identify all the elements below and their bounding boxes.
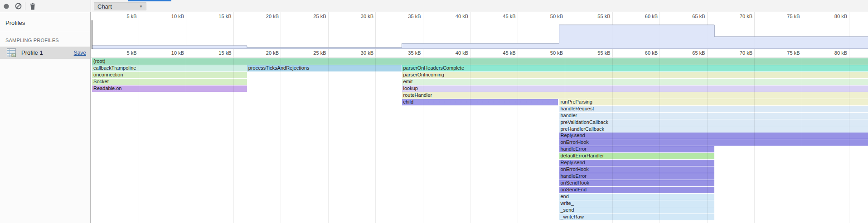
ruler-tick-label: 65 kB — [680, 50, 705, 56]
clear-profiles-button[interactable] — [13, 1, 23, 11]
ruler-tick-label: 80 kB — [822, 50, 847, 56]
ruler-tick-label: 40 kB — [443, 50, 468, 56]
gridline — [802, 58, 802, 223]
ruler-tick-label: 65 kB — [680, 14, 705, 19]
flame-frame[interactable]: end — [559, 194, 715, 200]
flame-frame[interactable]: emit — [402, 79, 868, 85]
chart-view-select[interactable]: Chart ▼ — [94, 2, 146, 10]
flame-frame[interactable]: runPreParsing — [559, 99, 868, 105]
gridline — [659, 58, 660, 223]
delete-profile-button[interactable] — [28, 1, 38, 11]
sampling-profiles-heading: SAMPLING PROFILES — [0, 31, 90, 47]
ruler-tick-label: 70 kB — [727, 50, 752, 56]
ruler-tick-label: 70 kB — [727, 14, 752, 19]
ruler-tick-label: 40 kB — [443, 14, 468, 19]
flame-frame[interactable]: (root) — [92, 58, 868, 65]
flame-frame[interactable]: Reply.send — [559, 160, 715, 166]
gridline — [707, 49, 708, 57]
gridline — [565, 58, 565, 223]
ruler-tick-label: 60 kB — [632, 14, 658, 19]
ruler-tick-label: 50 kB — [538, 14, 563, 19]
flame-frame[interactable]: onErrorHook — [559, 139, 868, 146]
ruler-tick-label: 5 kB — [112, 50, 137, 56]
flame-frame[interactable]: write_ — [559, 200, 715, 207]
gridline — [470, 49, 470, 57]
ruler-tick-label: 60 kB — [632, 50, 658, 56]
gridline — [375, 58, 376, 223]
flame-frame[interactable]: child — [402, 99, 558, 105]
toolbar: Chart ▼ — [0, 0, 868, 12]
flame-frame[interactable]: defaultErrorHandler — [559, 153, 715, 159]
ruler-tick-label: 10 kB — [159, 14, 184, 19]
ruler-tick-label: 15 kB — [206, 14, 232, 19]
flame-frame[interactable]: preHandlerCallback — [559, 126, 868, 133]
memory-profiler-panel: Chart ▼ Profiles SAMPLING PROFILES % Pro… — [0, 0, 868, 223]
gridline — [518, 49, 518, 57]
ruler-tick-label: 20 kB — [253, 50, 279, 56]
gridline — [186, 49, 186, 57]
flame-frame[interactable]: handleError — [559, 173, 715, 180]
gridline — [423, 49, 423, 57]
gridline — [233, 58, 234, 223]
clear-icon — [15, 3, 22, 9]
flame-frame[interactable]: lookup — [402, 85, 868, 92]
sidebar-item-profile-1[interactable]: % Profile 1 Save — [0, 47, 90, 59]
flame-frame[interactable]: preValidationCallback — [559, 119, 868, 126]
allocation-overview-pane[interactable]: 5 kB10 kB15 kB20 kB25 kB30 kB35 kB40 kB4… — [91, 12, 868, 49]
gridline — [754, 49, 755, 57]
overview-window-left-grip[interactable] — [92, 20, 92, 49]
flame-frame[interactable]: onSendEnd — [559, 187, 715, 193]
svg-text:%: % — [12, 54, 15, 57]
gridline — [281, 49, 281, 57]
flame-frame[interactable]: callbackTrampoline — [92, 65, 247, 71]
toolbar-separator — [25, 2, 25, 10]
flame-frame[interactable]: handleRequest — [559, 106, 868, 112]
ruler-tick-label: 45 kB — [490, 50, 516, 56]
flame-frame[interactable]: handleError — [559, 146, 715, 152]
flame-frame[interactable]: parserOnHeadersComplete — [402, 65, 868, 71]
record-button[interactable] — [1, 1, 11, 11]
sidebar: Profiles SAMPLING PROFILES % Profile 1 S… — [0, 12, 91, 223]
gridline — [328, 49, 329, 57]
ruler-tick-label: 20 kB — [253, 14, 279, 19]
flame-frame[interactable]: Socket — [92, 79, 247, 85]
flame-frame[interactable]: onconnection — [92, 72, 247, 78]
ruler-tick-label: 30 kB — [348, 14, 373, 19]
ruler-tick-label: 10 kB — [159, 50, 184, 56]
ruler-tick-label: 25 kB — [301, 14, 326, 19]
flame-frame[interactable]: handler — [559, 113, 868, 119]
ruler-tick-label: 75 kB — [775, 50, 800, 56]
save-link[interactable]: Save — [74, 50, 86, 56]
flame-frame[interactable]: parserOnIncoming — [402, 72, 868, 78]
ruler-tick-label: 45 kB — [490, 14, 516, 19]
gridline — [139, 49, 139, 57]
panel-divider — [91, 0, 91, 12]
flame-frame[interactable]: _writeRaw — [559, 214, 715, 220]
gridline — [707, 58, 708, 223]
gridline — [659, 49, 660, 57]
flame-frame[interactable]: Reply.send — [559, 133, 868, 139]
ruler-tick-label: 30 kB — [348, 50, 373, 56]
gridline — [754, 58, 755, 223]
flame-frame[interactable]: onErrorHook — [559, 166, 715, 173]
flame-frame[interactable]: processTicksAndRejections — [247, 65, 402, 71]
chart-main: 5 kB10 kB15 kB20 kB25 kB30 kB35 kB40 kB4… — [91, 12, 868, 223]
gridline — [612, 49, 613, 57]
ruler-tick-label: 75 kB — [775, 14, 800, 19]
profile-icon: % — [7, 48, 16, 57]
flame-frame[interactable]: routeHandler — [402, 92, 868, 99]
ruler-tick-label: 55 kB — [585, 14, 611, 19]
gridline — [281, 58, 281, 223]
flame-frame[interactable]: onSendHook — [559, 180, 715, 186]
gridline — [233, 49, 234, 57]
profile-name: Profile 1 — [21, 49, 74, 56]
chevron-down-icon: ▼ — [139, 5, 146, 9]
flame-frame[interactable]: _send — [559, 207, 715, 214]
flame-chart: (root)callbackTrampolineprocessTicksAndR… — [91, 58, 868, 223]
ruler-tick-label: 80 kB — [822, 14, 847, 19]
flame-frame[interactable]: Readable.on — [92, 85, 247, 92]
gridline — [849, 49, 849, 57]
ruler-tick-label: 35 kB — [396, 50, 421, 56]
gridline — [186, 58, 186, 223]
gridline — [518, 58, 518, 223]
